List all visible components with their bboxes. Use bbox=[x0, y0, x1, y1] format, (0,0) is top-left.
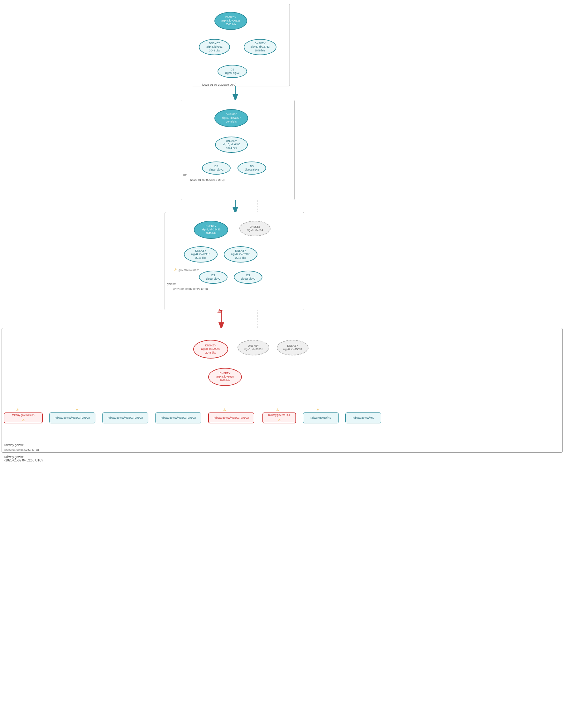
ns-warning-icon: ⚠ bbox=[316, 408, 319, 412]
tw-zsk-label: DNSKEY alg=8, id=6405 1024 bits bbox=[223, 139, 240, 150]
govtw-warning-icon: ⚠ bbox=[174, 268, 178, 272]
nsec3param1-label: railway.gov.tw/NSEC3PARAM bbox=[55, 416, 90, 420]
root-ksk-node: DNSKEY alg=8, id=20326 2048 bits bbox=[215, 12, 247, 30]
ns-record-label: railway.gov.tw/NS bbox=[310, 416, 331, 420]
soa-record-label: railway.gov.tw/SOA bbox=[12, 413, 34, 417]
govtw-zsk-dashed-label: DNSKEY alg=8, id=514 bbox=[247, 225, 263, 232]
nsec4-warning-icon: ⚠ bbox=[223, 408, 226, 412]
mx-record-label: railway.gov.tw/MX bbox=[353, 416, 374, 420]
nsec3param2-label: railway.gov.tw/NSEC3PARAM bbox=[108, 416, 143, 420]
railway-timestamp: (2023-01-09 04:52:58 UTC) bbox=[4, 448, 39, 451]
nsec2-warning-icon: ⚠ bbox=[75, 408, 79, 412]
root-zsk2-label: DNSKEY alg=8, id=18733 2048 bits bbox=[251, 42, 270, 52]
railway-zsk-node: DNSKEY alg=8, id=6915 2048 bits bbox=[208, 368, 242, 386]
govtw-ksk-label: DNSKEY alg=8, id=19435 2048 bits bbox=[202, 224, 221, 235]
root-zsk2-node: DNSKEY alg=8, id=18733 2048 bits bbox=[244, 39, 277, 55]
railway-zsk-label: DNSKEY alg=8, id=6915 2048 bits bbox=[216, 372, 234, 382]
txt-warning-icon: ⚠ bbox=[276, 408, 279, 412]
bottom-railway-ts: (2023-01-09 04:52:58 UTC) bbox=[4, 459, 43, 462]
tw-ksk-node: DNSKEY alg=8, id=51277 2048 bits bbox=[215, 109, 248, 127]
govtw-zone-label: gov.tw bbox=[167, 282, 176, 286]
soa-sub-warning: ⚠ bbox=[22, 418, 25, 422]
govtw-ksk-node: DNSKEY alg=8, id=19435 2048 bits bbox=[194, 221, 228, 239]
railway-zsk-dashed2-node: DNSKEY alg=8, id=15394 bbox=[277, 340, 308, 355]
govtw-zsk-dashed-node: DNSKEY alg=8, id=514 bbox=[240, 221, 271, 236]
nsec3param1-record-node: railway.gov.tw/NSEC3PARAM bbox=[49, 412, 95, 423]
govtw-zsk1-label: DNSKEY alg=8, id=22119 2048 bits bbox=[191, 249, 211, 259]
govtw-railway-warning-icon: ⚠ bbox=[217, 308, 222, 314]
govtw-missing-dnskey: ⚠ gov.tw/DNSKEY bbox=[174, 268, 199, 272]
nsec3param4-label: railway.gov.tw/NSEC3PARAM bbox=[214, 416, 249, 420]
railway-ksk-label: DNSKEY alg=8, id=29995 2048 bits bbox=[201, 344, 220, 354]
railway-zsk-dashed1-node: DNSKEY alg=8, id=38581 bbox=[238, 340, 269, 355]
dns-diagram: DNSKEY alg=8, id=20326 2048 bits DNSKEY … bbox=[0, 0, 566, 728]
nsec3param3-label: railway.gov.tw/NSEC3PARAM bbox=[161, 416, 196, 420]
mx-record-node: railway.gov.tw/MX bbox=[345, 412, 381, 423]
soa-record-node: railway.gov.tw/SOA ⚠ bbox=[4, 412, 43, 423]
govtw-zsk2-node: DNSKEY alg=8, id=37188 2048 bits bbox=[224, 246, 258, 263]
root-ds-label: DS digest alg=2 bbox=[225, 68, 240, 75]
txt-sub-warning: ⚠ bbox=[278, 418, 281, 422]
root-ksk-label: DNSKEY alg=8, id=20326 2048 bits bbox=[221, 16, 240, 26]
govtw-ds2-label: DS digest alg=2 bbox=[241, 274, 255, 281]
nsec3param4-record-node: railway.gov.tw/NSEC3PARAM bbox=[208, 412, 254, 423]
tw-zsk-node: DNSKEY alg=8, id=6405 1024 bits bbox=[215, 137, 248, 153]
govtw-timestamp: (2023-01-09 02:00:27 UTC) bbox=[173, 287, 208, 291]
tw-timestamp: (2023-01-09 00:38:56 UTC) bbox=[190, 178, 225, 181]
ns-record-node: railway.gov.tw/NS bbox=[303, 412, 339, 423]
railway-zone-label: railway.gov.tw bbox=[4, 443, 23, 447]
govtw-zsk2-label: DNSKEY alg=8, id=37188 2048 bits bbox=[231, 249, 250, 259]
railway-zsk-dashed2-label: DNSKEY alg=8, id=15394 bbox=[283, 344, 302, 351]
soa-warning-icon: ⚠ bbox=[16, 408, 19, 412]
root-ds-node: DS digest alg=2 bbox=[218, 65, 247, 78]
tw-zone-label: tw bbox=[183, 173, 186, 177]
bottom-railway-domain: railway.gov.tw bbox=[4, 455, 43, 459]
tw-ksk-label: DNSKEY alg=8, id=51277 2048 bits bbox=[222, 113, 241, 123]
txt-record-label: railway.gov.tw/TXT bbox=[269, 413, 290, 417]
root-zsk1-node: DNSKEY alg=8, id=951 2048 bits bbox=[199, 39, 230, 55]
nsec3param3-record-node: railway.gov.tw/NSEC3PARAM bbox=[155, 412, 201, 423]
govtw-zsk1-node: DNSKEY alg=8, id=22119 2048 bits bbox=[184, 246, 218, 263]
railway-ksk-node: DNSKEY alg=8, id=29995 2048 bits bbox=[193, 340, 228, 359]
govtw-ds2-node: DS digest alg=2 bbox=[234, 271, 263, 284]
govtw-ds1-node: DS digest alg=2 bbox=[199, 271, 228, 284]
tw-ds1-label: DS digest alg=2 bbox=[209, 165, 224, 171]
govtw-missing-label: gov.tw/DNSKEY bbox=[179, 268, 199, 272]
tw-ds1-node: DS digest alg=2 bbox=[202, 162, 231, 175]
txt-record-node: railway.gov.tw/TXT ⚠ bbox=[263, 412, 296, 423]
tw-ds2-label: DS digest alg=2 bbox=[245, 165, 259, 171]
nsec3param2-record-node: railway.gov.tw/NSEC3PARAM bbox=[102, 412, 148, 423]
railway-zsk-dashed1-label: DNSKEY alg=8, id=38581 bbox=[244, 344, 263, 351]
govtw-ds1-label: DS digest alg=2 bbox=[206, 274, 220, 281]
bottom-railway-label: railway.gov.tw (2023-01-09 04:52:58 UTC) bbox=[4, 455, 43, 462]
root-timestamp: (2023-01-08 20:25:59 UTC) bbox=[202, 83, 237, 86]
tw-ds2-node: DS digest alg=2 bbox=[238, 162, 266, 175]
root-zsk1-label: DNSKEY alg=8, id=951 2048 bits bbox=[206, 42, 223, 52]
